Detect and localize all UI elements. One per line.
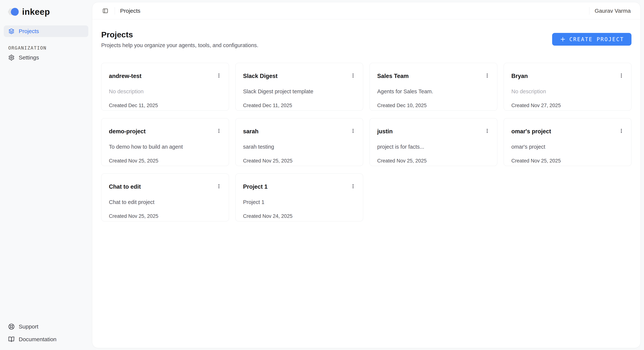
logo-blue-blob-shape bbox=[11, 8, 19, 16]
sidebar-item-label: Support bbox=[19, 324, 38, 330]
projects-page: Projects Projects help you organize your… bbox=[92, 19, 640, 348]
panel-left-icon bbox=[102, 8, 108, 14]
project-description: sarah testing bbox=[243, 143, 356, 150]
project-name: demo-project bbox=[109, 128, 146, 135]
project-name: Chat to edit bbox=[109, 183, 141, 191]
project-card[interactable]: Project 1 Project 1 Created Nov 24, 2025 bbox=[235, 174, 363, 221]
inkeep-logo-icon bbox=[8, 8, 20, 16]
project-created-date: Created Nov 25, 2025 bbox=[511, 158, 624, 164]
sidebar-item-documentation[interactable]: Documentation bbox=[4, 334, 88, 345]
project-menu-button[interactable] bbox=[215, 72, 223, 79]
breadcrumb: Projects bbox=[120, 8, 140, 14]
project-card[interactable]: omar's project omar's project Created No… bbox=[504, 118, 632, 166]
projects-grid: andrew-test No description Created Dec 1… bbox=[101, 63, 632, 221]
lifebuoy-icon bbox=[8, 324, 14, 330]
gear-icon bbox=[8, 54, 14, 61]
project-menu-button[interactable] bbox=[349, 127, 357, 134]
project-description: Project 1 bbox=[243, 199, 356, 205]
project-card-header: omar's project bbox=[511, 128, 624, 135]
project-name: Project 1 bbox=[243, 183, 268, 191]
project-card-header: Chat to edit bbox=[109, 183, 221, 191]
project-card[interactable]: Chat to edit Chat to edit project Create… bbox=[101, 174, 229, 221]
project-created-date: Created Dec 11, 2025 bbox=[109, 102, 221, 109]
project-name: andrew-test bbox=[109, 72, 142, 80]
kebab-icon bbox=[350, 183, 356, 189]
page-subtitle: Projects help you organize your agents, … bbox=[101, 42, 258, 49]
project-menu-button[interactable] bbox=[349, 72, 357, 79]
kebab-icon bbox=[618, 128, 624, 134]
page-title: Projects bbox=[101, 30, 258, 39]
project-description: Chat to edit project bbox=[109, 199, 221, 205]
project-card[interactable]: Sales Team Agents for Sales Team. Create… bbox=[370, 63, 497, 111]
project-name: Slack Digest bbox=[243, 72, 278, 80]
sidebar-item-settings[interactable]: Settings bbox=[4, 52, 88, 63]
kebab-icon bbox=[216, 73, 222, 78]
layers-icon bbox=[8, 28, 14, 34]
page-header-text: Projects Projects help you organize your… bbox=[101, 30, 258, 49]
project-card[interactable]: sarah sarah testing Created Nov 25, 2025 bbox=[235, 118, 363, 166]
kebab-icon bbox=[216, 128, 222, 134]
project-created-date: Created Nov 25, 2025 bbox=[109, 158, 221, 164]
sidebar-item-projects[interactable]: Projects bbox=[4, 25, 88, 37]
kebab-icon bbox=[350, 128, 356, 134]
project-created-date: Created Nov 25, 2025 bbox=[109, 213, 221, 219]
kebab-icon bbox=[484, 73, 490, 78]
project-card-header: Sales Team bbox=[377, 72, 490, 80]
project-card-header: andrew-test bbox=[109, 72, 221, 80]
sidebar: inkeep Projects ORGANIZATION Settings bbox=[0, 0, 92, 350]
inkeep-logo: inkeep bbox=[4, 5, 88, 18]
logo-wordmark: inkeep bbox=[22, 7, 50, 17]
project-description: No description bbox=[109, 88, 221, 95]
project-card-header: Project 1 bbox=[243, 183, 356, 191]
project-menu-button[interactable] bbox=[483, 127, 491, 134]
sidebar-nav: Projects bbox=[4, 25, 88, 37]
project-card[interactable]: Bryan No description Created Nov 27, 202… bbox=[504, 63, 632, 111]
project-created-date: Created Nov 27, 2025 bbox=[511, 102, 624, 109]
kebab-icon bbox=[484, 128, 490, 134]
organization-nav: Settings bbox=[4, 52, 88, 63]
project-menu-button[interactable] bbox=[349, 183, 357, 190]
project-menu-button[interactable] bbox=[215, 183, 223, 190]
project-menu-button[interactable] bbox=[215, 127, 223, 134]
project-card[interactable]: demo-project To demo how to build an age… bbox=[101, 118, 229, 166]
project-created-date: Created Dec 10, 2025 bbox=[377, 102, 490, 109]
project-description: project is for facts... bbox=[377, 143, 490, 150]
sidebar-toggle-button[interactable] bbox=[101, 7, 110, 15]
sidebar-item-label: Documentation bbox=[19, 336, 56, 343]
project-card-header: Bryan bbox=[511, 72, 624, 80]
project-name: Sales Team bbox=[377, 72, 409, 80]
project-menu-button[interactable] bbox=[483, 72, 491, 79]
sidebar-item-support[interactable]: Support bbox=[4, 321, 88, 333]
sidebar-footer: Support Documentation bbox=[4, 321, 88, 345]
sidebar-item-label: Settings bbox=[19, 54, 39, 61]
project-description: No description bbox=[511, 88, 624, 95]
page-header: Projects Projects help you organize your… bbox=[101, 30, 632, 49]
project-created-date: Created Nov 25, 2025 bbox=[243, 158, 356, 164]
project-card-header: Slack Digest bbox=[243, 72, 356, 80]
project-description: Slack Digest project template bbox=[243, 88, 356, 95]
kebab-icon bbox=[618, 73, 624, 78]
main-panel: Projects Gaurav Varma Projects Projects … bbox=[92, 2, 641, 348]
sidebar-item-label: Projects bbox=[19, 28, 39, 34]
plus-icon bbox=[560, 36, 566, 42]
project-card[interactable]: andrew-test No description Created Dec 1… bbox=[101, 63, 229, 111]
kebab-icon bbox=[350, 73, 356, 78]
project-created-date: Created Nov 25, 2025 bbox=[377, 158, 490, 164]
create-project-label: CREATE PROJECT bbox=[569, 36, 624, 42]
project-menu-button[interactable] bbox=[618, 127, 625, 134]
book-open-icon bbox=[8, 336, 14, 343]
project-menu-button[interactable] bbox=[618, 72, 625, 79]
user-menu[interactable]: Gaurav Varma bbox=[594, 8, 631, 14]
project-card-header: sarah bbox=[243, 128, 356, 135]
project-card-header: demo-project bbox=[109, 128, 221, 135]
project-created-date: Created Nov 24, 2025 bbox=[243, 213, 356, 219]
project-name: Bryan bbox=[511, 72, 528, 80]
project-card[interactable]: Slack Digest Slack Digest project templa… bbox=[235, 63, 363, 111]
project-name: sarah bbox=[243, 128, 258, 135]
project-name: justin bbox=[377, 128, 393, 135]
organization-section-label: ORGANIZATION bbox=[8, 45, 88, 51]
project-created-date: Created Dec 11, 2025 bbox=[243, 102, 356, 109]
project-card[interactable]: justin project is for facts... Created N… bbox=[370, 118, 497, 166]
project-card-header: justin bbox=[377, 128, 490, 135]
create-project-button[interactable]: CREATE PROJECT bbox=[552, 33, 632, 46]
